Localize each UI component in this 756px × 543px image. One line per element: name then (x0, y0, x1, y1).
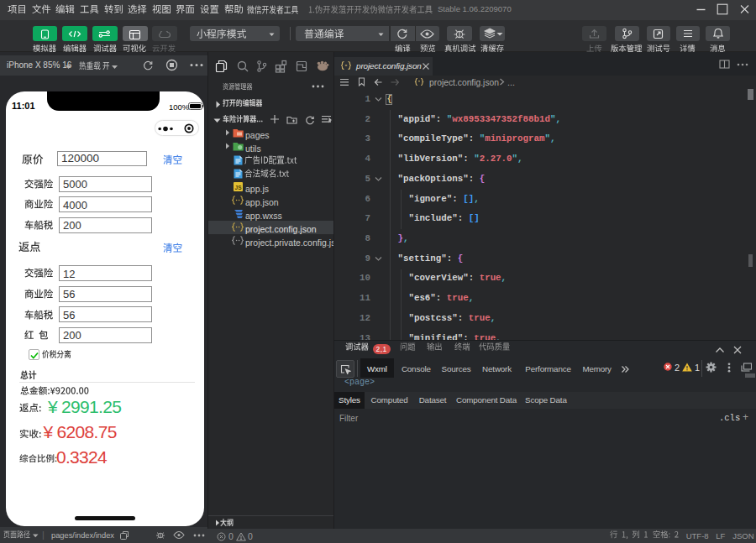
svg-text:JS: JS (235, 185, 243, 191)
